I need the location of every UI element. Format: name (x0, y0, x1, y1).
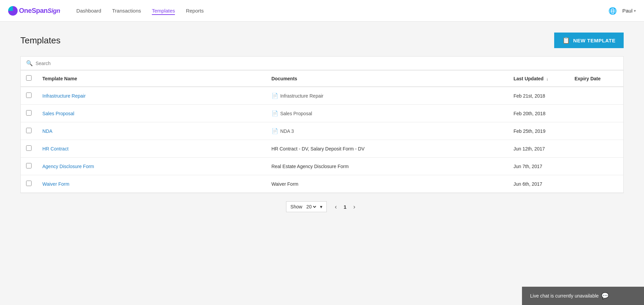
col-template-name: Template Name (37, 70, 266, 87)
select-all-header (21, 70, 37, 87)
expiry-date (569, 175, 623, 193)
template-name-1[interactable]: Infrastructure Repair (42, 93, 86, 99)
table-row: NDA 📄 NDA 3 Feb 25th, 2019 (21, 122, 623, 140)
row-checkbox-1[interactable] (26, 93, 32, 98)
doc-cell-1: 📄 Infrastructure Repair (271, 93, 503, 99)
sort-icon: ↓ (546, 76, 549, 81)
table-header-row: Template Name Documents Last Updated ↓ E… (21, 70, 623, 87)
doc-file-icon: 📄 (271, 93, 278, 99)
chevron-select-icon: ▾ (320, 204, 322, 209)
table-row: Waiver FormWaiver FormJun 6th, 2017 (21, 175, 623, 193)
row-checkbox-3[interactable] (26, 128, 32, 133)
username: Paul (622, 8, 632, 14)
expiry-date (569, 158, 623, 175)
last-updated: Feb 25th, 2019 (508, 122, 569, 140)
search-input[interactable] (36, 61, 618, 66)
nav-transactions[interactable]: Transactions (112, 6, 141, 15)
logo-sign: Sign (47, 7, 60, 14)
col-last-updated[interactable]: Last Updated ↓ (508, 70, 569, 87)
template-name-2[interactable]: Sales Proposal (42, 111, 74, 116)
show-select[interactable]: Show 20 10 50 ▾ (286, 201, 327, 212)
page-title: Templates (20, 35, 61, 46)
page-header: Templates 📋 NEW TEMPLATE (20, 33, 624, 48)
chevron-down-icon: ▾ (634, 8, 636, 13)
row-checkbox-2[interactable] (26, 110, 32, 116)
table-row: HR ContractHR Contract - DV, Salary Depo… (21, 140, 623, 158)
prev-page-button[interactable]: ‹ (332, 202, 340, 212)
last-updated: Feb 21st, 2018 (508, 87, 569, 105)
show-label: Show (290, 204, 302, 209)
last-updated: Jun 7th, 2017 (508, 158, 569, 175)
doc-name: NDA 3 (280, 128, 294, 134)
nav-dashboard[interactable]: Dashboard (76, 6, 101, 15)
pagination-row: Show 20 10 50 ▾ ‹ 1 › (20, 193, 624, 220)
globe-icon[interactable]: 🌐 (608, 7, 617, 15)
current-page: 1 (342, 204, 348, 210)
col-expiry-date: Expiry Date (569, 70, 623, 87)
nav-templates[interactable]: Templates (152, 6, 175, 15)
logo[interactable]: OneSpanSign (8, 6, 60, 16)
logo-circle-icon (8, 6, 18, 16)
template-name-5[interactable]: Agency Disclosure Form (42, 164, 94, 169)
doc-name-4: HR Contract - DV, Salary Deposit Form - … (271, 146, 365, 151)
template-name-4[interactable]: HR Contract (42, 146, 68, 151)
doc-name-6: Waiver Form (271, 181, 299, 187)
table-row: Agency Disclosure FormReal Estate Agency… (21, 158, 623, 175)
templates-table: Template Name Documents Last Updated ↓ E… (20, 70, 624, 193)
select-all-checkbox[interactable] (26, 75, 32, 81)
expiry-date (569, 122, 623, 140)
page-container: Templates 📋 NEW TEMPLATE 🔍 Template Name… (7, 22, 637, 231)
doc-file-icon: 📄 (271, 128, 278, 134)
last-updated: Jun 12th, 2017 (508, 140, 569, 158)
row-checkbox-6[interactable] (26, 181, 32, 186)
doc-cell-2: 📄 Sales Proposal (271, 110, 503, 117)
doc-file-icon: 📄 (271, 110, 278, 117)
nav-right: 🌐 Paul ▾ (608, 7, 636, 15)
nav-reports[interactable]: Reports (186, 6, 204, 15)
search-bar: 🔍 (20, 56, 624, 70)
doc-name-5: Real Estate Agency Disclosure Form (271, 164, 349, 169)
new-template-icon: 📋 (562, 37, 570, 44)
new-template-button[interactable]: 📋 NEW TEMPLATE (554, 33, 624, 48)
doc-cell-3: 📄 NDA 3 (271, 128, 503, 134)
doc-name: Sales Proposal (280, 111, 312, 116)
table-row: Sales Proposal 📄 Sales Proposal Feb 20th… (21, 105, 623, 122)
expiry-date (569, 105, 623, 122)
table-row: Infrastructure Repair 📄 Infrastructure R… (21, 87, 623, 105)
page-controls: ‹ 1 › (332, 202, 358, 212)
row-checkbox-4[interactable] (26, 145, 32, 151)
user-menu[interactable]: Paul ▾ (622, 8, 636, 14)
logo-text: OneSpanSign (19, 7, 60, 15)
template-name-6[interactable]: Waiver Form (42, 181, 69, 187)
search-icon: 🔍 (26, 60, 33, 66)
last-updated: Feb 20th, 2018 (508, 105, 569, 122)
expiry-date (569, 140, 623, 158)
next-page-button[interactable]: › (350, 202, 358, 212)
expiry-date (569, 87, 623, 105)
row-checkbox-5[interactable] (26, 163, 32, 168)
last-updated: Jun 6th, 2017 (508, 175, 569, 193)
navbar: OneSpanSign Dashboard Transactions Templ… (0, 0, 644, 22)
doc-name: Infrastructure Repair (280, 93, 324, 99)
template-name-3[interactable]: NDA (42, 128, 53, 134)
col-documents: Documents (266, 70, 508, 87)
page-size-select[interactable]: 20 10 50 (305, 204, 317, 210)
